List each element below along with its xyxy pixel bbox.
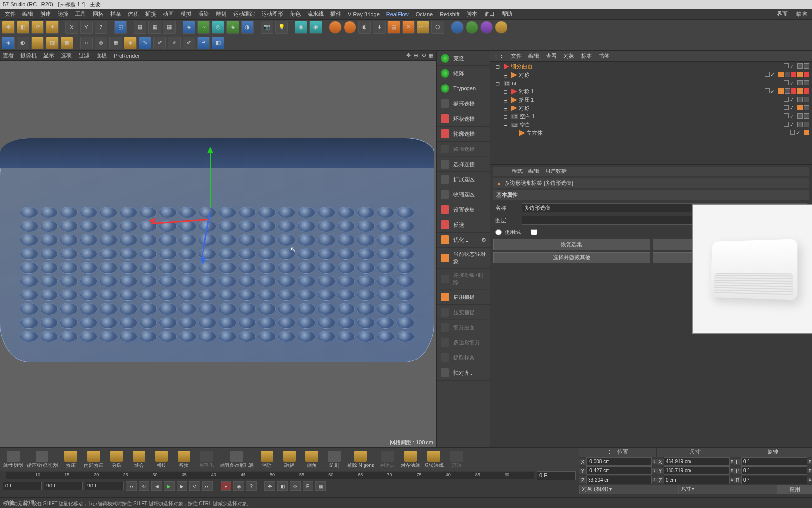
- tree-row-2[interactable]: ⊟L0bf✓: [491, 79, 811, 87]
- sidetool-15[interactable]: 启用捕捉: [437, 290, 490, 305]
- vpmenu-2[interactable]: 显示: [43, 52, 54, 59]
- selhide-button[interactable]: 选择并隐藏其他: [493, 252, 650, 263]
- usefield-radio[interactable]: [495, 229, 502, 235]
- reference-image[interactable]: [692, 204, 812, 334]
- menu-18[interactable]: V-Ray Bridge: [345, 10, 383, 18]
- tree-row-5[interactable]: ⊟对称✓: [491, 104, 811, 112]
- menu-4[interactable]: 工具: [72, 9, 89, 19]
- vpmenu-5[interactable]: 面板: [96, 52, 107, 59]
- model-mode[interactable]: ◈: [2, 37, 15, 49]
- axis-y[interactable]: Y: [80, 21, 93, 34]
- wf4[interactable]: [495, 21, 508, 34]
- menu-3[interactable]: 选择: [55, 9, 71, 19]
- attrtab-user[interactable]: 用户数据: [545, 168, 567, 175]
- pos-Z[interactable]: [586, 476, 652, 484]
- mat4[interactable]: ⬇: [373, 21, 386, 34]
- render-toggle[interactable]: ✓: [790, 80, 794, 86]
- vpmenu-4[interactable]: 过滤: [79, 52, 89, 59]
- menu-19[interactable]: RealFlow: [384, 10, 412, 18]
- sel1[interactable]: ○: [80, 37, 93, 49]
- menu-24[interactable]: 帮助: [499, 9, 515, 19]
- axis-z[interactable]: Z: [95, 21, 107, 34]
- sel4[interactable]: ◈: [124, 37, 137, 49]
- objtab-0[interactable]: 文件: [511, 52, 522, 60]
- objtab-5[interactable]: 书签: [599, 52, 609, 60]
- loop[interactable]: ↻: [139, 481, 149, 491]
- frame-end[interactable]: 90 F: [44, 482, 83, 490]
- vis-toggle[interactable]: [784, 97, 789, 102]
- size-Z[interactable]: [664, 476, 730, 484]
- meshtool-15[interactable]: 创建点: [377, 450, 398, 470]
- meshtool-8[interactable]: 扁平化: [196, 450, 217, 470]
- menu-15[interactable]: 角色: [287, 9, 304, 19]
- render-region[interactable]: ▦: [148, 21, 161, 34]
- render-toggle[interactable]: ✓: [790, 64, 794, 70]
- objtab-4[interactable]: 标签: [581, 52, 592, 60]
- tag2[interactable]: ◉: [309, 21, 322, 34]
- poly-mode[interactable]: ▦: [61, 37, 73, 49]
- meshtool-5[interactable]: 缝合: [128, 450, 150, 470]
- menu-17[interactable]: 插件: [327, 9, 344, 19]
- menu-9[interactable]: 动画: [160, 9, 177, 19]
- meshtool-9[interactable]: 封闭多边形孔洞: [218, 450, 255, 470]
- record[interactable]: ●: [221, 481, 231, 491]
- vpmenu-1[interactable]: 摄像机: [20, 52, 37, 59]
- vis-toggle[interactable]: [765, 72, 770, 77]
- objtab-3[interactable]: 对象: [564, 52, 574, 60]
- rot-P[interactable]: [741, 466, 807, 475]
- menu-default[interactable]: 缺省: [793, 9, 810, 19]
- menu-20[interactable]: Octane: [413, 10, 436, 18]
- render-toggle[interactable]: ✓: [790, 122, 794, 128]
- sidetool-16[interactable]: 压实捕捉: [437, 305, 490, 320]
- meshtool-10[interactable]: 消除: [256, 450, 278, 470]
- restore-button[interactable]: 恢复选集: [493, 239, 650, 250]
- meshtool-4[interactable]: 分裂: [106, 450, 127, 470]
- keyopt[interactable]: ?: [246, 481, 257, 491]
- k3[interactable]: ⟳: [290, 481, 301, 491]
- vis-toggle[interactable]: [765, 88, 770, 93]
- coord-mode-select[interactable]: 对象 (相对) ▾: [579, 485, 679, 494]
- brush2[interactable]: ✐: [168, 37, 181, 49]
- vis-toggle[interactable]: [784, 105, 789, 110]
- cube-prim[interactable]: ◈: [183, 21, 195, 34]
- sidetool-0[interactable]: 克隆: [437, 51, 490, 66]
- next-frame[interactable]: ▶: [177, 481, 187, 491]
- menu-layout[interactable]: 界面: [774, 9, 791, 19]
- knife[interactable]: ✎: [139, 37, 151, 49]
- rotate-tool[interactable]: ⟳: [31, 21, 44, 34]
- meshtool-12[interactable]: 倒角: [301, 450, 323, 470]
- vis-toggle[interactable]: [784, 64, 789, 68]
- wf2[interactable]: [466, 21, 478, 34]
- render-toggle[interactable]: ✓: [796, 130, 800, 136]
- lasttool[interactable]: ✦: [46, 21, 59, 34]
- sidetool-4[interactable]: 环状选择: [437, 111, 490, 127]
- menu-21[interactable]: Redshift: [437, 10, 462, 18]
- meshtool-13[interactable]: 笔刷: [324, 450, 345, 470]
- k4[interactable]: P: [303, 481, 313, 491]
- meshtool-3[interactable]: 内部挤压: [82, 450, 105, 470]
- object-manager[interactable]: (function(){var d=JSON.parse(document.ge…: [490, 62, 812, 164]
- tree-row-8[interactable]: 立方体✓: [491, 129, 811, 137]
- sel3[interactable]: ▦: [109, 37, 122, 49]
- vp-nav-icon[interactable]: ✥: [406, 52, 411, 59]
- render-toggle[interactable]: ✓: [771, 72, 775, 78]
- tree-row-4[interactable]: ⊟挤压.1✓: [491, 96, 811, 104]
- sidetool-2[interactable]: Trypogen: [437, 81, 490, 96]
- objtab-2[interactable]: 查看: [546, 52, 557, 60]
- meshtool-14[interactable]: 移除 N-gons: [346, 450, 376, 470]
- menu-7[interactable]: 体积: [125, 9, 142, 19]
- fwd[interactable]: ↺: [189, 481, 200, 491]
- grip-icon[interactable]: ⋮⋮: [493, 53, 504, 59]
- environment[interactable]: ◑: [241, 21, 254, 34]
- vpmenu-3[interactable]: 选项: [61, 52, 72, 59]
- prev-frame[interactable]: ◀: [151, 481, 162, 491]
- meshtool-17[interactable]: 反转法线: [423, 450, 445, 470]
- transform-gizmo[interactable]: [210, 207, 211, 208]
- mat2[interactable]: [344, 21, 356, 34]
- coord-sys[interactable]: ◱: [114, 21, 127, 34]
- bevel[interactable]: ◧: [212, 37, 224, 49]
- sidetool-17[interactable]: 细分曲面: [437, 320, 490, 335]
- rot-B[interactable]: [741, 476, 807, 484]
- scale-tool[interactable]: ◧: [17, 21, 29, 34]
- autokey[interactable]: ◉: [233, 481, 244, 491]
